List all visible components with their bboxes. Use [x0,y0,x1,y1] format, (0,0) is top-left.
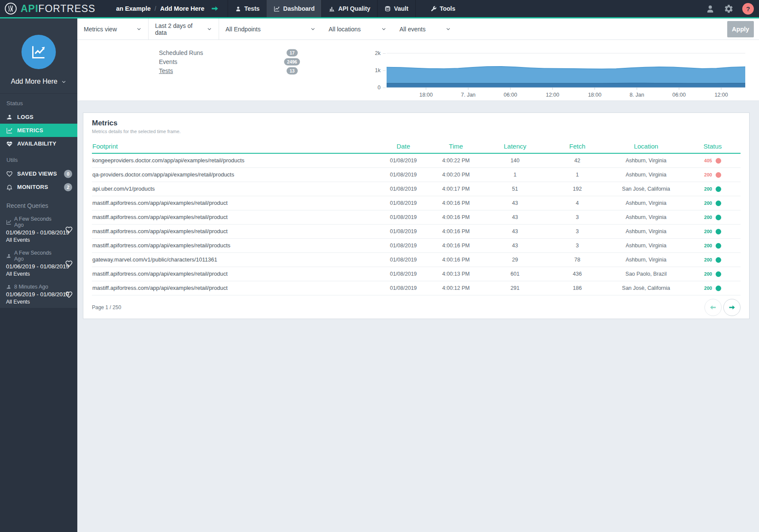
date-cell: 01/08/2019 [378,267,429,281]
breadcrumb-separator: / [155,5,156,12]
project-avatar[interactable] [21,35,56,69]
breadcrumb-arrow-right-icon[interactable] [210,4,219,13]
latency-cell: 51 [483,182,547,196]
tab-dashboard[interactable]: Dashboard [266,0,321,17]
breadcrumb-project[interactable]: an Example [116,5,151,12]
chart-line-icon [6,219,12,225]
y-tick-label: 1k [375,67,387,73]
date-cell: 01/08/2019 [378,182,429,196]
next-page-button[interactable] [723,299,741,316]
view-select[interactable]: Metrics view [77,18,148,40]
column-header-footprint[interactable]: Footprint [92,139,378,153]
tab-tests[interactable]: Tests [228,0,267,17]
metrics-table-row[interactable]: mastiff.apifortress.com/app/api/examples… [92,210,741,224]
status-badge: 405 [704,158,721,164]
sidebar-item-metrics[interactable]: METRICS [0,124,77,137]
metrics-table-row[interactable]: mastiff.apifortress.com/app/api/examples… [92,267,741,281]
query-date-range: 01/06/2019 - 01/08/2019 [6,263,62,270]
date-cell: 01/08/2019 [378,238,429,252]
tab-vault[interactable]: Vault [377,0,415,17]
footprint-cell: qa-providers.doctor.com/app/api/examples… [92,167,378,182]
sidebar-item-monitors[interactable]: MONITORS2 [0,180,77,194]
chart-line-icon [6,127,13,134]
latency-cell: 1 [483,167,547,182]
events-select[interactable]: All events [393,18,457,40]
sidebar-menu: StatusLOGSMETRICSAVAILABILITYUtilsSAVED … [0,94,77,194]
summary-count-badge: 2496 [284,58,300,65]
favorite-heart-icon[interactable] [65,225,73,234]
metrics-table-row[interactable]: mastiff.apifortress.com/app/api/examples… [92,238,741,252]
metrics-table-row[interactable]: gateway.marvel.com/v1/public/characters/… [92,252,741,267]
tab-api-quality[interactable]: API Quality [321,0,377,17]
breadcrumb-section[interactable]: Add More Here [160,5,204,12]
time-range-select[interactable]: Last 2 days of data [148,18,219,40]
sidebar-item-logs[interactable]: LOGS [0,110,77,124]
gear-icon[interactable] [724,4,734,14]
favorite-heart-icon[interactable] [65,259,73,268]
sidebar-profile: Add More Here [0,18,77,94]
status-dot [716,229,721,234]
sidebar-section-label: Status [0,94,77,110]
previous-page-button[interactable] [704,299,722,316]
footprint-cell: api.uber.com/v1/products [92,182,378,196]
latency-cell: 29 [483,252,547,267]
status-cell: 405 [685,153,741,167]
metrics-table-row[interactable]: mastiff.apifortress.com/app/api/examples… [92,281,741,295]
footprint-cell: mastiff.apifortress.com/app/api/examples… [92,267,378,281]
locations-select[interactable]: All locations [322,18,393,40]
apply-button[interactable]: Apply [727,21,754,37]
summary-row: Events2496 [159,57,314,66]
column-header-date[interactable]: Date [378,139,429,153]
filter-bar: Metrics view Last 2 days of data All End… [77,18,759,40]
metrics-table-row[interactable]: mastiff.apifortress.com/app/api/examples… [92,196,741,210]
metrics-table-row[interactable]: mastiff.apifortress.com/app/api/examples… [92,224,741,238]
user-logs-icon [6,114,13,121]
column-header-fetch[interactable]: Fetch [547,139,607,153]
project-selector[interactable]: Add More Here [0,78,77,85]
summary-panel: Scheduled Runs17Events2496Tests13 [159,48,314,75]
column-header-time[interactable]: Time [429,139,483,153]
endpoints-select[interactable]: All Endpoints [219,18,322,40]
column-header-status[interactable]: Status [685,139,741,153]
recent-query-item[interactable]: A Few Seconds Ago01/06/2019 - 01/08/2019… [0,246,77,280]
query-date-range: 01/06/2019 - 01/08/2019 [6,229,62,236]
chevron-down-icon [136,26,142,32]
tab-label: Tools [440,5,455,12]
recent-query-item[interactable]: 8 Minutes Ago01/06/2019 - 01/08/2019All … [0,280,77,308]
card-title: Metrics [92,119,741,128]
column-header-latency[interactable]: Latency [483,139,547,153]
help-button[interactable]: ? [742,3,754,15]
main-content: Metrics view Last 2 days of data All End… [77,18,759,532]
summary-row: Scheduled Runs17 [159,48,314,57]
location-cell: Ashburn, Virginia [607,196,685,210]
sidebar: Add More Here StatusLOGSMETRICSAVAILABIL… [0,18,77,532]
tab-tools[interactable]: Tools [424,0,462,17]
footprint-cell: kongeeproviders.doctor.com/app/api/examp… [92,153,378,167]
location-cell: Ashburn, Virginia [607,224,685,238]
location-cell: Ashburn, Virginia [607,167,685,182]
recent-query-item[interactable]: A Few Seconds Ago01/06/2019 - 01/08/2019… [0,213,77,246]
summary-label[interactable]: Tests [159,67,173,74]
favorite-heart-icon[interactable] [65,290,73,298]
column-header-location[interactable]: Location [607,139,685,153]
user-logs-icon [6,284,12,290]
metrics-table-row[interactable]: kongeeproviders.doctor.com/app/api/examp… [92,153,741,167]
user-account-icon[interactable] [705,4,715,14]
fetch-cell: 192 [547,182,607,196]
sidebar-item-availability[interactable]: AVAILABILITY [0,137,77,150]
status-dot [716,271,721,277]
status-cell: 200 [685,196,741,210]
status-badge: 200 [704,201,721,206]
metrics-table-row[interactable]: qa-providers.doctor.com/app/api/examples… [92,167,741,182]
query-ago: A Few Seconds Ago [6,250,62,262]
query-ago: 8 Minutes Ago [6,284,62,290]
table-footer: Page 1 / 250 [92,295,741,319]
sidebar-item-saved-views[interactable]: SAVED VIEWS0 [0,167,77,180]
metrics-table-row[interactable]: api.uber.com/v1/products01/08/20194:00:1… [92,182,741,196]
status-cell: 200 [685,182,741,196]
apifortress-logo[interactable]: APIFORTRESS [4,0,95,17]
time-range-value: Last 2 days of data [155,22,202,36]
x-tick-label: 18:00 [412,92,440,98]
bell-icon [6,184,13,191]
time-cell: 4:00:16 PM [429,196,483,210]
